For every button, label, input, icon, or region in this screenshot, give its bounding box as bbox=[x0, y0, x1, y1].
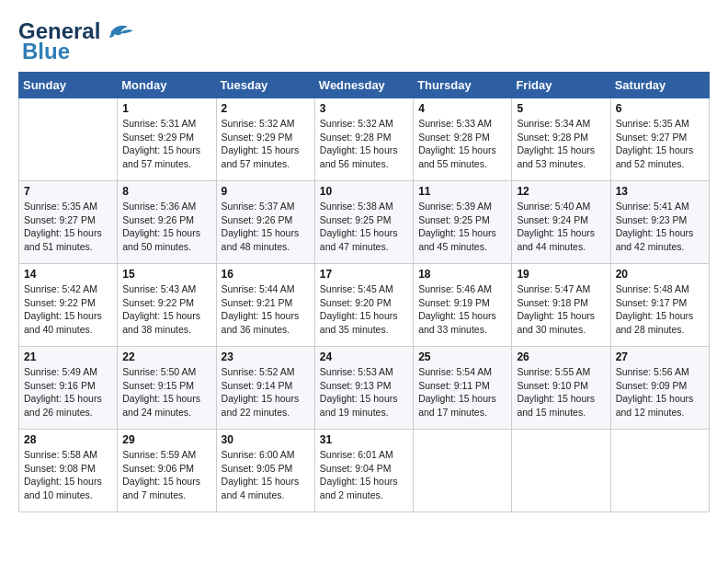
calendar-cell: 15Sunrise: 5:43 AMSunset: 9:22 PMDayligh… bbox=[118, 264, 216, 347]
day-number: 16 bbox=[222, 268, 310, 281]
day-number: 23 bbox=[222, 350, 310, 363]
calendar-cell: 8Sunrise: 5:36 AMSunset: 9:26 PMDaylight… bbox=[118, 181, 216, 264]
day-number: 30 bbox=[222, 433, 310, 446]
day-info: Sunrise: 5:35 AMSunset: 9:27 PMDaylight:… bbox=[24, 200, 112, 254]
weekday-header-sunday: Sunday bbox=[19, 73, 118, 98]
weekday-header-saturday: Saturday bbox=[610, 73, 709, 98]
calendar-cell: 20Sunrise: 5:48 AMSunset: 9:17 PMDayligh… bbox=[610, 264, 709, 347]
calendar-cell: 26Sunrise: 5:55 AMSunset: 9:10 PMDayligh… bbox=[512, 347, 610, 430]
day-info: Sunrise: 5:45 AMSunset: 9:20 PMDaylight:… bbox=[320, 282, 408, 337]
weekday-header-tuesday: Tuesday bbox=[216, 73, 314, 98]
day-info: Sunrise: 5:31 AMSunset: 9:29 PMDaylight:… bbox=[122, 117, 210, 171]
calendar-cell: 2Sunrise: 5:32 AMSunset: 9:29 PMDaylight… bbox=[216, 98, 314, 181]
calendar-week-2: 7Sunrise: 5:35 AMSunset: 9:27 PMDaylight… bbox=[19, 181, 710, 264]
day-info: Sunrise: 5:59 AMSunset: 9:06 PMDaylight:… bbox=[122, 448, 210, 502]
day-info: Sunrise: 6:01 AMSunset: 9:04 PMDaylight:… bbox=[320, 448, 408, 502]
calendar-cell: 3Sunrise: 5:32 AMSunset: 9:28 PMDaylight… bbox=[314, 98, 413, 181]
calendar-cell bbox=[19, 98, 118, 181]
calendar-cell: 1Sunrise: 5:31 AMSunset: 9:29 PMDaylight… bbox=[118, 98, 216, 181]
day-info: Sunrise: 5:58 AMSunset: 9:08 PMDaylight:… bbox=[24, 448, 112, 502]
calendar-cell bbox=[414, 430, 512, 512]
calendar-cell: 22Sunrise: 5:50 AMSunset: 9:15 PMDayligh… bbox=[118, 347, 216, 430]
day-number: 19 bbox=[517, 268, 605, 281]
calendar-cell: 17Sunrise: 5:45 AMSunset: 9:20 PMDayligh… bbox=[314, 264, 413, 347]
day-number: 14 bbox=[24, 268, 112, 281]
day-info: Sunrise: 5:43 AMSunset: 9:22 PMDaylight:… bbox=[122, 282, 210, 337]
calendar-cell: 11Sunrise: 5:39 AMSunset: 9:25 PMDayligh… bbox=[414, 181, 512, 264]
day-number: 17 bbox=[320, 268, 408, 281]
day-number: 29 bbox=[122, 433, 210, 446]
day-info: Sunrise: 5:32 AMSunset: 9:28 PMDaylight:… bbox=[320, 117, 408, 171]
day-number: 20 bbox=[616, 268, 704, 281]
calendar-cell: 30Sunrise: 6:00 AMSunset: 9:05 PMDayligh… bbox=[216, 430, 314, 512]
calendar-cell bbox=[610, 430, 709, 512]
calendar-week-3: 14Sunrise: 5:42 AMSunset: 9:22 PMDayligh… bbox=[19, 264, 710, 347]
day-info: Sunrise: 5:33 AMSunset: 9:28 PMDaylight:… bbox=[418, 117, 506, 171]
day-number: 28 bbox=[24, 433, 112, 446]
calendar-week-1: 1Sunrise: 5:31 AMSunset: 9:29 PMDaylight… bbox=[19, 98, 710, 181]
logo-bird-icon bbox=[102, 21, 135, 41]
day-number: 24 bbox=[320, 350, 408, 363]
calendar-cell: 23Sunrise: 5:52 AMSunset: 9:14 PMDayligh… bbox=[216, 347, 314, 430]
day-info: Sunrise: 5:52 AMSunset: 9:14 PMDaylight:… bbox=[222, 365, 310, 419]
day-number: 27 bbox=[616, 350, 704, 363]
calendar-week-4: 21Sunrise: 5:49 AMSunset: 9:16 PMDayligh… bbox=[19, 347, 710, 430]
calendar-cell: 27Sunrise: 5:56 AMSunset: 9:09 PMDayligh… bbox=[610, 347, 709, 430]
day-number: 5 bbox=[517, 102, 605, 115]
day-number: 2 bbox=[222, 102, 310, 115]
calendar-cell: 12Sunrise: 5:40 AMSunset: 9:24 PMDayligh… bbox=[512, 181, 610, 264]
day-number: 21 bbox=[24, 350, 112, 363]
day-info: Sunrise: 5:37 AMSunset: 9:26 PMDaylight:… bbox=[222, 200, 310, 254]
calendar-body: 1Sunrise: 5:31 AMSunset: 9:29 PMDaylight… bbox=[19, 98, 710, 512]
weekday-header-wednesday: Wednesday bbox=[314, 73, 413, 98]
day-info: Sunrise: 5:38 AMSunset: 9:25 PMDaylight:… bbox=[320, 200, 408, 254]
calendar-cell: 25Sunrise: 5:54 AMSunset: 9:11 PMDayligh… bbox=[414, 347, 512, 430]
day-number: 1 bbox=[122, 102, 210, 115]
day-info: Sunrise: 5:56 AMSunset: 9:09 PMDaylight:… bbox=[616, 365, 704, 419]
day-number: 11 bbox=[418, 185, 506, 198]
day-info: Sunrise: 5:49 AMSunset: 9:16 PMDaylight:… bbox=[24, 365, 112, 419]
day-number: 9 bbox=[222, 185, 310, 198]
logo: General Blue bbox=[18, 18, 135, 64]
header: General Blue bbox=[18, 18, 710, 64]
day-info: Sunrise: 5:46 AMSunset: 9:19 PMDaylight:… bbox=[418, 282, 506, 337]
calendar-cell: 28Sunrise: 5:58 AMSunset: 9:08 PMDayligh… bbox=[19, 430, 118, 512]
day-number: 7 bbox=[24, 185, 112, 198]
day-number: 6 bbox=[616, 102, 704, 115]
weekday-header-monday: Monday bbox=[118, 73, 216, 98]
calendar-cell: 5Sunrise: 5:34 AMSunset: 9:28 PMDaylight… bbox=[512, 98, 610, 181]
calendar-cell: 6Sunrise: 5:35 AMSunset: 9:27 PMDaylight… bbox=[610, 98, 709, 181]
calendar-cell: 4Sunrise: 5:33 AMSunset: 9:28 PMDaylight… bbox=[414, 98, 512, 181]
day-number: 18 bbox=[418, 268, 506, 281]
calendar-cell: 19Sunrise: 5:47 AMSunset: 9:18 PMDayligh… bbox=[512, 264, 610, 347]
calendar-cell bbox=[512, 430, 610, 512]
day-info: Sunrise: 5:34 AMSunset: 9:28 PMDaylight:… bbox=[517, 117, 605, 171]
calendar: SundayMondayTuesdayWednesdayThursdayFrid… bbox=[18, 72, 710, 512]
weekday-header-thursday: Thursday bbox=[414, 73, 512, 98]
day-info: Sunrise: 5:35 AMSunset: 9:27 PMDaylight:… bbox=[616, 117, 704, 171]
day-info: Sunrise: 5:53 AMSunset: 9:13 PMDaylight:… bbox=[320, 365, 408, 419]
day-info: Sunrise: 5:48 AMSunset: 9:17 PMDaylight:… bbox=[616, 282, 704, 337]
calendar-cell: 21Sunrise: 5:49 AMSunset: 9:16 PMDayligh… bbox=[19, 347, 118, 430]
day-number: 10 bbox=[320, 185, 408, 198]
day-number: 4 bbox=[418, 102, 506, 115]
day-info: Sunrise: 5:39 AMSunset: 9:25 PMDaylight:… bbox=[418, 200, 506, 254]
calendar-cell: 13Sunrise: 5:41 AMSunset: 9:23 PMDayligh… bbox=[610, 181, 709, 264]
calendar-cell: 14Sunrise: 5:42 AMSunset: 9:22 PMDayligh… bbox=[19, 264, 118, 347]
calendar-week-5: 28Sunrise: 5:58 AMSunset: 9:08 PMDayligh… bbox=[19, 430, 710, 512]
calendar-cell: 16Sunrise: 5:44 AMSunset: 9:21 PMDayligh… bbox=[216, 264, 314, 347]
calendar-cell: 18Sunrise: 5:46 AMSunset: 9:19 PMDayligh… bbox=[414, 264, 512, 347]
calendar-cell: 29Sunrise: 5:59 AMSunset: 9:06 PMDayligh… bbox=[118, 430, 216, 512]
day-info: Sunrise: 5:42 AMSunset: 9:22 PMDaylight:… bbox=[24, 282, 112, 337]
day-number: 12 bbox=[517, 185, 605, 198]
day-info: Sunrise: 5:36 AMSunset: 9:26 PMDaylight:… bbox=[122, 200, 210, 254]
day-number: 13 bbox=[616, 185, 704, 198]
day-info: Sunrise: 5:44 AMSunset: 9:21 PMDaylight:… bbox=[222, 282, 310, 337]
day-number: 25 bbox=[418, 350, 506, 363]
calendar-header-row: SundayMondayTuesdayWednesdayThursdayFrid… bbox=[19, 73, 710, 98]
day-number: 22 bbox=[122, 350, 210, 363]
logo-blue: Blue bbox=[22, 39, 70, 64]
day-number: 15 bbox=[122, 268, 210, 281]
calendar-cell: 7Sunrise: 5:35 AMSunset: 9:27 PMDaylight… bbox=[19, 181, 118, 264]
day-info: Sunrise: 5:32 AMSunset: 9:29 PMDaylight:… bbox=[222, 117, 310, 171]
